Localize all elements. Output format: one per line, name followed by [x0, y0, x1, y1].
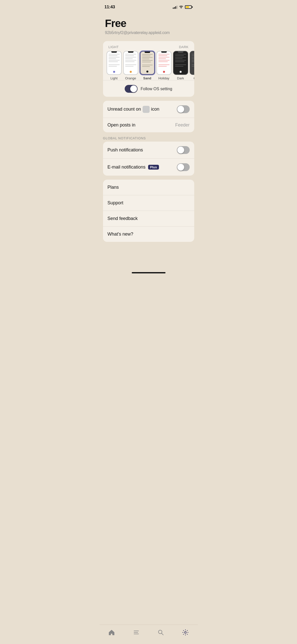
open-posts-label: Open posts in	[108, 122, 136, 128]
theme-dot-orange	[130, 71, 132, 73]
theme-dot-dark	[180, 71, 182, 73]
theme-dark[interactable]: Dark	[173, 51, 188, 80]
phone-dark	[173, 51, 188, 75]
theme-phones-container: LIGHT DARK	[103, 41, 194, 80]
theme-phones-row: Light	[107, 51, 191, 80]
status-bar: 11:43	[100, 0, 198, 13]
page-header: Free 92b5rtnyf2@privaterelay.appleid.com	[100, 13, 198, 41]
svg-point-0	[181, 8, 181, 9]
theme-dot-light	[113, 71, 115, 73]
theme-name-grey: Grey	[193, 76, 194, 80]
follow-os-row: Follow OS setting	[103, 81, 194, 97]
menu-whats-new-label: What's new?	[108, 232, 133, 237]
unread-count-row[interactable]: Unread count on icon	[103, 101, 194, 118]
toggle-thumb	[177, 106, 184, 113]
theme-orange[interactable]: Orange	[123, 51, 138, 80]
notifications-section: Push notifications E-mail notifications …	[103, 142, 194, 176]
phone-lines	[190, 54, 194, 67]
light-group-label: LIGHT	[109, 45, 119, 49]
open-posts-row[interactable]: Open posts in Feeder	[103, 118, 194, 132]
toggle-thumb	[177, 147, 184, 153]
unread-count-label: Unread count on icon	[108, 106, 159, 113]
open-posts-value: Feeder	[175, 122, 189, 128]
theme-dot-holiday	[163, 71, 165, 73]
page-subtitle: 92b5rtnyf2@privaterelay.appleid.com	[105, 30, 192, 35]
theme-name-holiday: Holiday	[158, 76, 169, 80]
page-title: Free	[105, 18, 192, 29]
push-notifications-row[interactable]: Push notifications	[103, 142, 194, 159]
settings-section: Unread count on icon Open posts in Feede…	[103, 101, 194, 132]
phone-grey	[190, 51, 194, 75]
phone-light	[107, 51, 122, 75]
phone-notch	[128, 51, 134, 53]
menu-whats-new[interactable]: What's new?	[103, 227, 194, 242]
theme-picker-section: LIGHT DARK	[103, 41, 194, 97]
phone-holiday	[156, 51, 172, 75]
menu-support[interactable]: Support	[103, 195, 194, 211]
email-notifications-label: E-mail notifications Plus	[108, 165, 159, 170]
push-notifications-label: Push notifications	[108, 147, 143, 153]
theme-dot-sand	[146, 71, 148, 73]
wifi-icon	[179, 5, 183, 9]
phone-lines	[124, 54, 138, 67]
phone-notch	[111, 51, 117, 53]
status-icons	[173, 5, 193, 9]
menu-feedback-label: Send feedback	[108, 216, 138, 221]
notifications-section-label: GLOBAL NOTIFICATIONS	[100, 136, 198, 142]
menu-plans[interactable]: Plans	[103, 180, 194, 195]
theme-name-orange: Orange	[125, 76, 136, 80]
toggle-thumb	[130, 85, 137, 92]
follow-os-toggle[interactable]	[125, 85, 138, 93]
phone-notch	[145, 52, 150, 53]
toggle-thumb	[177, 164, 184, 171]
dark-group-label: DARK	[179, 45, 188, 49]
theme-grey[interactable]: Grey	[190, 51, 194, 80]
home-indicator	[132, 272, 166, 273]
theme-group-labels: LIGHT DARK	[107, 45, 191, 49]
phone-notch	[161, 51, 167, 53]
menu-section: Plans Support Send feedback What's new?	[103, 180, 194, 242]
theme-name-dark: Dark	[177, 76, 184, 80]
theme-sand[interactable]: Sand	[140, 51, 155, 80]
battery-icon	[185, 5, 193, 9]
phone-orange	[123, 51, 138, 75]
phone-lines	[107, 54, 121, 67]
theme-holiday[interactable]: Holiday	[156, 51, 172, 80]
theme-divider	[103, 80, 194, 80]
theme-light[interactable]: Light	[107, 51, 122, 80]
menu-plans-label: Plans	[108, 185, 119, 190]
email-notifications-toggle[interactable]	[177, 163, 190, 171]
menu-support-label: Support	[108, 200, 123, 206]
follow-os-label: Follow OS setting	[141, 87, 172, 91]
phone-lines	[141, 54, 154, 67]
phone-notch	[178, 51, 183, 53]
app-icon	[143, 106, 150, 113]
phone-lines	[174, 54, 188, 67]
unread-count-toggle[interactable]	[177, 105, 190, 113]
signal-icon	[173, 5, 177, 9]
status-time: 11:43	[105, 5, 115, 10]
phone-sand	[140, 51, 155, 75]
theme-name-light: Light	[110, 76, 117, 80]
email-notifications-row[interactable]: E-mail notifications Plus	[103, 159, 194, 176]
plus-badge: Plus	[148, 165, 159, 170]
theme-name-sand: Sand	[143, 76, 151, 80]
menu-feedback[interactable]: Send feedback	[103, 211, 194, 227]
phone-lines	[157, 54, 171, 67]
push-notifications-toggle[interactable]	[177, 146, 190, 154]
